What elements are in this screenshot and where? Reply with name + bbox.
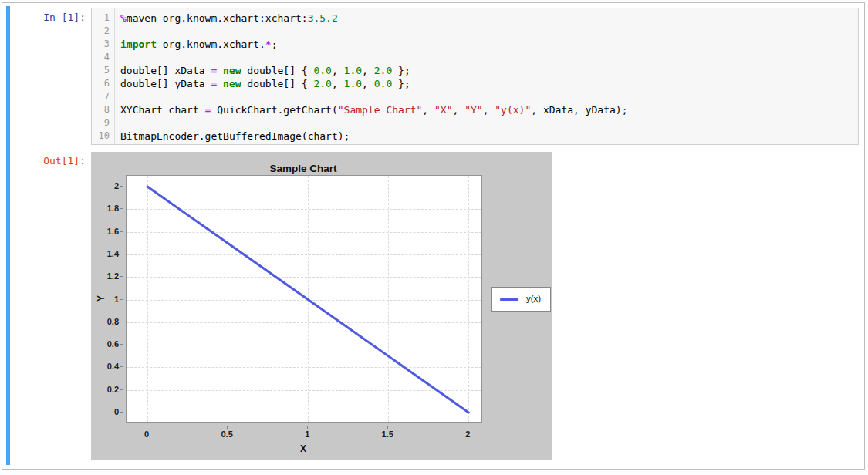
code-line <box>120 90 858 103</box>
y-axis-tick-label: 1 <box>91 294 119 305</box>
line-number: 4 <box>92 51 114 64</box>
line-number-gutter: 12345678910 <box>92 8 115 144</box>
x-axis-tick-label: 1.5 <box>376 429 399 440</box>
y-axis-tick <box>120 186 123 187</box>
chart-image: Sample Chart Y X y(x) 00.511.5200.20.40.… <box>91 152 552 460</box>
line-number: 6 <box>92 77 114 90</box>
y-axis-tick <box>120 366 123 367</box>
y-axis-tick-label: 0.4 <box>91 361 119 372</box>
code-line: double[] yData = new double[] { 2.0, 1.0… <box>120 77 858 90</box>
code-line: %maven org.knowm.xchart:xchart:3.5.2 <box>120 12 858 25</box>
y-axis-tick-label: 1.4 <box>91 248 119 259</box>
y-axis-tick-label: 0.8 <box>91 316 119 327</box>
y-axis-tick-label: 1.2 <box>91 271 119 281</box>
series-line-layer <box>127 176 481 422</box>
code-lines[interactable]: %maven org.knowm.xchart:xchart:3.5.2impo… <box>115 8 858 144</box>
code-line <box>120 116 858 130</box>
y-axis-tick <box>120 322 123 322</box>
y-axis-tick-label: 0.2 <box>91 384 119 395</box>
y-axis-tick <box>120 412 123 413</box>
y-axis-tick-label: 0 <box>91 406 119 417</box>
code-editor[interactable]: 12345678910 %maven org.knowm.xchart:xcha… <box>91 8 859 145</box>
output-prompt: Out[1]: <box>2 154 86 167</box>
y-axis-tick-label: 0.6 <box>91 339 119 349</box>
x-axis-tick-label: 1 <box>296 429 319 440</box>
legend-series-line <box>500 298 518 301</box>
y-axis-tick <box>120 231 123 232</box>
legend-series-label: y(x) <box>526 294 541 303</box>
line-number: 9 <box>92 116 114 130</box>
code-line: double[] xData = new double[] { 0.0, 1.0… <box>120 64 858 77</box>
y-axis-tick-label: 1.6 <box>91 226 119 237</box>
line-number: 7 <box>92 90 114 103</box>
y-axis-tick-label: 2 <box>91 180 119 191</box>
y-axis-tick-label: 1.8 <box>91 203 119 214</box>
cell-selection-bar <box>6 6 10 465</box>
code-line: import org.knowm.xchart.*; <box>120 38 858 51</box>
y-axis-tick <box>120 276 123 277</box>
plot-area <box>126 175 482 423</box>
series-line <box>147 187 468 413</box>
notebook-page: In [1]: 12345678910 %maven org.knowm.xch… <box>2 2 865 470</box>
y-axis-tick <box>120 208 123 209</box>
input-prompt: In [1]: <box>2 11 86 24</box>
line-number: 1 <box>92 12 114 25</box>
x-axis-tick-label: 2 <box>456 429 479 440</box>
y-axis-tick <box>120 389 123 390</box>
code-cell[interactable]: In [1]: 12345678910 %maven org.knowm.xch… <box>2 3 864 469</box>
chart-legend: y(x) <box>491 287 551 312</box>
code-line <box>120 51 858 64</box>
x-axis-tick-label: 0 <box>135 429 158 440</box>
y-axis-tick <box>120 299 123 300</box>
code-line <box>120 25 858 38</box>
chart-title: Sample Chart <box>126 163 481 174</box>
x-axis-line <box>123 426 482 426</box>
code-line: XYChart chart = QuickChart.getChart("Sam… <box>120 103 858 116</box>
line-number: 5 <box>92 64 114 77</box>
y-axis-line <box>123 175 123 426</box>
line-number: 2 <box>92 25 114 38</box>
line-number: 8 <box>92 103 114 116</box>
line-number: 10 <box>92 130 114 143</box>
x-axis-label: X <box>126 443 481 454</box>
y-axis-tick <box>120 344 123 345</box>
x-axis-tick-label: 0.5 <box>215 429 238 440</box>
y-axis-tick <box>120 254 123 254</box>
code-line: BitmapEncoder.getBufferedImage(chart); <box>120 130 858 143</box>
line-number: 3 <box>92 38 114 51</box>
